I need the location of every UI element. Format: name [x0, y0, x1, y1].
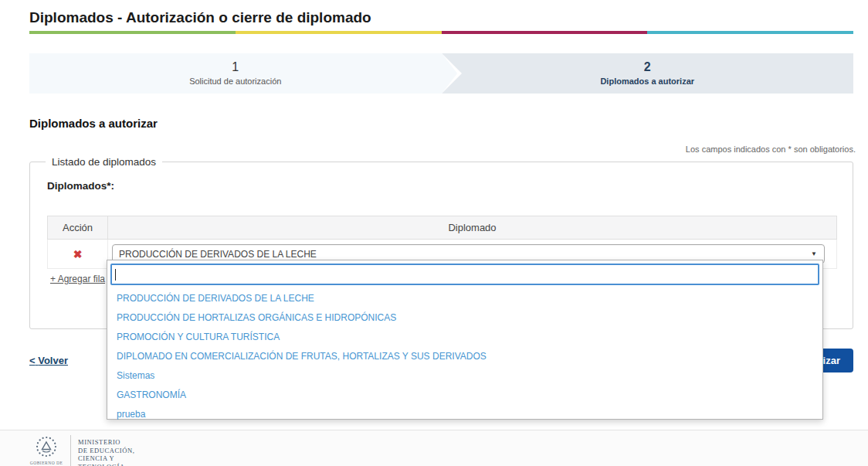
page: Diplomados - Autorización o cierre de di… — [0, 0, 868, 466]
seal-icon — [34, 435, 59, 460]
dropdown-option[interactable]: Sistemas — [107, 366, 822, 385]
step-solicitud[interactable]: 1 Solicitud de autorización — [29, 53, 442, 94]
step-label: Solicitud de autorización — [189, 76, 281, 87]
step-diplomados[interactable]: 2 Diplomados a autorizar — [442, 53, 854, 94]
fieldset-legend: Listado de diplomados — [46, 156, 162, 168]
dropdown-option[interactable]: DIPLOMADO EN COMERCIALIZACIÓN DE FRUTAS,… — [107, 346, 822, 366]
dropdown-options: PRODUCCIÓN DE DERIVADOS DE LA LECHEPRODU… — [107, 288, 822, 423]
title-accent-bar — [29, 31, 853, 34]
dropdown-option[interactable]: PRODUCCIÓN DE DERIVADOS DE LA LECHE — [107, 288, 822, 308]
add-row-link[interactable]: + Agregar fila — [50, 274, 105, 284]
dropdown-search-input[interactable] — [110, 264, 819, 285]
back-link[interactable]: < Volver — [29, 355, 68, 366]
ministry-line: TECNOLOGÍA — [78, 463, 134, 466]
delete-row-icon[interactable]: ✖ — [48, 248, 107, 260]
selected-diplomado-value: PRODUCCIÓN DE DERIVADOS DE LA LECHE — [119, 249, 317, 260]
column-header-diplomado: Diplomado — [108, 216, 837, 240]
ministry-name: MINISTERIO DE EDUCACIÓN, CIENCIA Y TECNO… — [78, 435, 134, 466]
dropdown-option[interactable]: PROMOCIÓN Y CULTURA TURÍSTICA — [107, 327, 822, 346]
diplomados-field-label: Diplomados*: — [47, 180, 853, 192]
diplomado-dropdown-panel: PRODUCCIÓN DE DERIVADOS DE LA LECHEPRODU… — [107, 260, 823, 420]
accent-bar-segment — [29, 31, 236, 34]
accent-bar-segment — [647, 31, 853, 34]
accent-bar-segment — [442, 31, 648, 34]
dropdown-option[interactable]: GASTRONOMÍA — [107, 385, 822, 404]
table-header-row: Acción Diplomado — [48, 216, 837, 240]
step-number: 2 — [644, 60, 651, 76]
footer-divider — [70, 435, 71, 466]
action-cell: ✖ — [48, 240, 108, 269]
ministry-line: CIENCIA Y — [78, 454, 134, 463]
gobierno-label: GOBIERNO DE — [30, 461, 63, 465]
step-label: Diplomados a autorizar — [600, 76, 694, 87]
column-header-accion: Acción — [48, 216, 108, 240]
section-heading: Diplomados a autorizar — [29, 117, 158, 130]
footer-branding: GOBIERNO DE MINISTERIO DE EDUCACIÓN, CIE… — [29, 435, 134, 466]
government-seal-logo: GOBIERNO DE — [29, 435, 63, 465]
page-title: Diplomados - Autorización o cierre de di… — [29, 9, 371, 26]
dropdown-option[interactable]: prueba — [107, 404, 822, 423]
dropdown-caret-icon: ▼ — [811, 250, 817, 257]
stepper: 1 Solicitud de autorización 2 Diplomados… — [29, 53, 853, 94]
ministry-line: DE EDUCACIÓN, — [78, 447, 134, 455]
text-cursor — [115, 269, 116, 281]
footer: GOBIERNO DE MINISTERIO DE EDUCACIÓN, CIE… — [0, 430, 868, 466]
accent-bar-segment — [236, 31, 442, 34]
dropdown-option[interactable]: PRODUCCIÓN DE HORTALIZAS ORGÁNICAS E HID… — [107, 308, 822, 327]
back-chevron-icon: < — [29, 355, 36, 366]
ministry-line: MINISTERIO — [78, 438, 134, 447]
step-number: 1 — [232, 60, 239, 76]
back-label: Volver — [38, 355, 68, 366]
required-fields-note: Los campos indicados con * son obligator… — [686, 145, 856, 154]
